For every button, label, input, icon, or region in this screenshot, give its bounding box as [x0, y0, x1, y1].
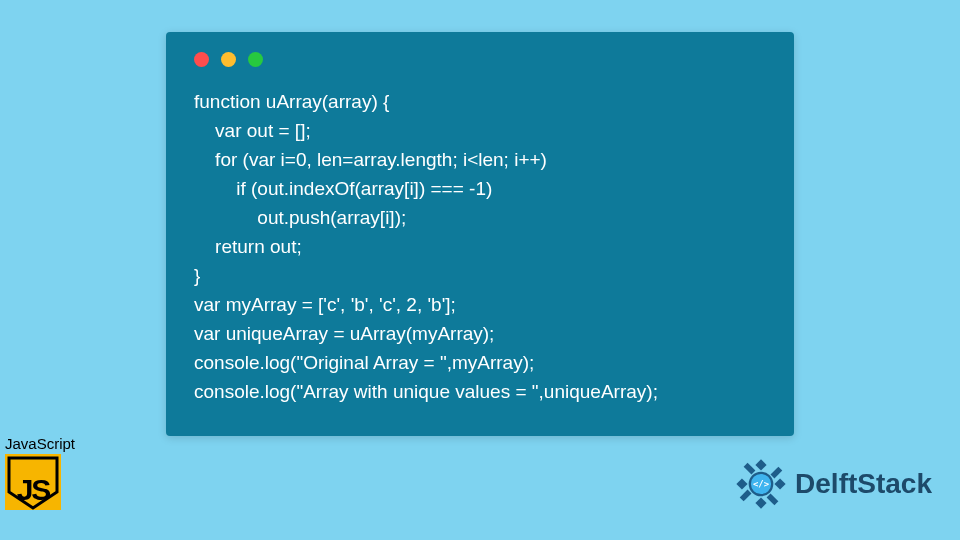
brand: </> DelftStack [733, 456, 932, 512]
code-block: function uArray(array) { var out = []; f… [194, 87, 770, 406]
maximize-icon [248, 52, 263, 67]
javascript-badge: JavaScript JS [5, 435, 85, 510]
code-window: function uArray(array) { var out = []; f… [166, 32, 794, 436]
close-icon [194, 52, 209, 67]
javascript-label: JavaScript [5, 435, 85, 452]
brand-logo-icon: </> [733, 456, 789, 512]
javascript-logo-icon: JS [5, 454, 61, 510]
minimize-icon [221, 52, 236, 67]
svg-text:</>: </> [753, 479, 769, 489]
javascript-short: JS [17, 473, 50, 507]
brand-name: DelftStack [795, 468, 932, 500]
window-traffic-lights [194, 52, 770, 67]
